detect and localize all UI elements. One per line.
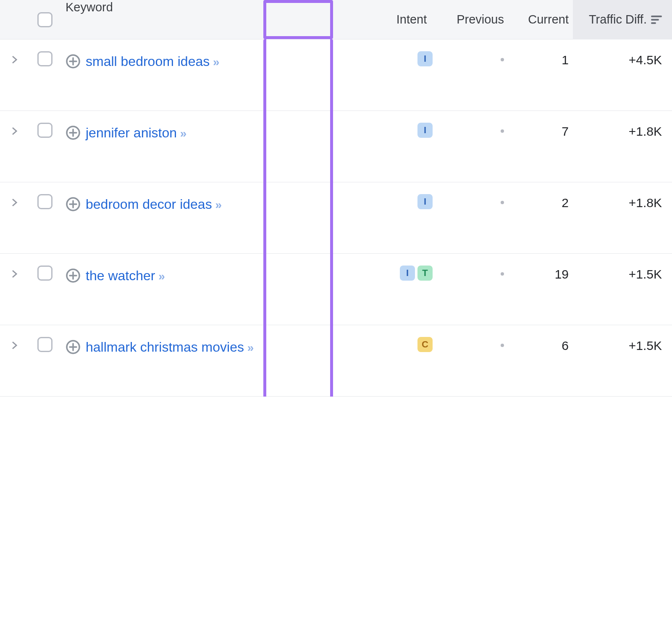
row-checkbox[interactable] [37,123,52,138]
row-checkbox[interactable] [37,194,52,209]
traffic-diff-value: +1.5K [629,267,662,281]
header-keyword-label: Keyword [66,0,113,14]
row-checkbox[interactable] [37,51,52,66]
current-value: 19 [555,267,569,281]
traffic-diff-value: +1.8K [629,124,662,139]
current-value: 1 [562,53,569,67]
table-row: small bedroom ideas » I 1 +4.5K [0,39,672,111]
row-checkbox[interactable] [37,266,52,281]
expand-row-icon[interactable] [11,339,18,354]
add-keyword-icon[interactable] [66,54,81,69]
add-keyword-icon[interactable] [66,268,81,283]
header-traffic-label: Traffic Diff. [589,13,647,26]
table-row: jennifer aniston » I 7 +1.8K [0,111,672,182]
previous-empty-dot [501,344,504,347]
header-traffic-diff[interactable]: Traffic Diff. [573,0,672,39]
keyword-link[interactable]: hallmark christmas movies » [86,337,251,357]
expand-row-icon[interactable] [11,125,18,140]
add-keyword-icon[interactable] [66,125,81,140]
header-current[interactable]: Current [508,0,573,39]
header-previous-label: Previous [457,13,504,26]
current-value: 7 [562,124,569,139]
intent-badge-t[interactable]: T [417,266,433,281]
table-row: bedroom decor ideas » I 2 +1.8K [0,182,672,254]
add-keyword-icon[interactable] [66,339,81,355]
table-header-row: Keyword Intent Previous Current Traffic … [0,0,672,39]
traffic-diff-value: +1.5K [629,339,662,353]
expand-row-icon[interactable] [11,54,18,68]
intent-badge-c[interactable]: C [417,337,433,352]
intent-badge-i[interactable]: I [417,123,433,138]
add-keyword-icon[interactable] [66,197,81,212]
keyword-link[interactable]: bedroom decor ideas » [86,194,219,214]
current-value: 6 [562,339,569,353]
keyword-link[interactable]: small bedroom ideas » [86,51,217,71]
intent-badge-i[interactable]: I [400,266,415,281]
keyword-link[interactable]: jennifer aniston » [86,123,184,143]
expand-row-icon[interactable] [11,197,18,211]
header-keyword[interactable]: Keyword [60,0,382,39]
previous-empty-dot [501,201,504,204]
header-checkbox-cell [29,0,60,39]
table-row: the watcher » IT 19 +1.5K [0,254,672,325]
sort-desc-icon [651,15,662,24]
header-expand-spacer [0,0,29,39]
header-current-label: Current [528,13,569,26]
row-checkbox[interactable] [37,337,52,352]
intent-badge-i[interactable]: I [417,194,433,209]
header-intent-label: Intent [396,13,427,26]
keywords-table: Keyword Intent Previous Current Traffic … [0,0,672,397]
traffic-diff-value: +4.5K [629,53,662,67]
expand-row-icon[interactable] [11,268,18,283]
keyword-open-icon: » [179,127,184,140]
keyword-open-icon: » [247,341,251,354]
select-all-checkbox[interactable] [37,12,52,27]
keyword-open-icon: » [158,270,162,283]
header-previous[interactable]: Previous [441,0,508,39]
previous-empty-dot [501,129,504,133]
traffic-diff-value: +1.8K [629,196,662,210]
header-intent[interactable]: Intent [382,0,441,39]
intent-badge-i[interactable]: I [417,51,433,66]
previous-empty-dot [501,58,504,61]
keyword-link[interactable]: the watcher » [86,266,163,286]
keyword-open-icon: » [212,55,217,68]
current-value: 2 [562,196,569,210]
table-row: hallmark christmas movies » C 6 +1.5K [0,325,672,397]
previous-empty-dot [501,272,504,276]
keyword-open-icon: » [215,198,219,211]
